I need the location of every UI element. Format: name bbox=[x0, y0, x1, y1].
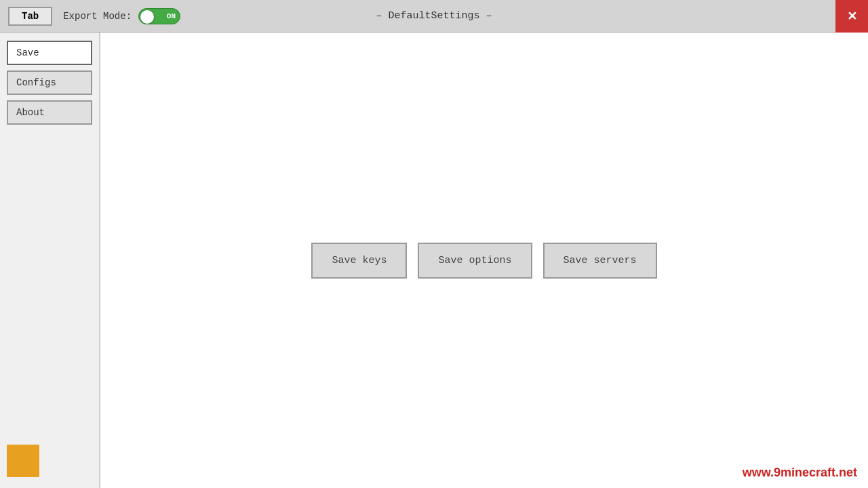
content-area: Save keys Save options Save servers www.… bbox=[100, 33, 868, 488]
toggle-on-text: ON bbox=[167, 12, 176, 20]
header-title: – DefaultSettings – bbox=[376, 10, 492, 22]
toggle-knob bbox=[140, 10, 154, 24]
close-button[interactable]: ✕ bbox=[835, 0, 868, 33]
save-keys-button[interactable]: Save keys bbox=[311, 243, 407, 279]
sidebar: Save Configs About bbox=[0, 33, 100, 488]
save-buttons-row: Save keys Save options Save servers bbox=[311, 243, 656, 279]
header: Tab Export Mode: ON – DefaultSettings – … bbox=[0, 0, 868, 33]
sidebar-bottom bbox=[7, 445, 39, 477]
watermark: www.9minecraft.net bbox=[743, 466, 857, 480]
tab-button[interactable]: Tab bbox=[8, 7, 52, 26]
save-servers-button[interactable]: Save servers bbox=[543, 243, 657, 279]
sidebar-item-save[interactable]: Save bbox=[7, 41, 92, 65]
orange-square[interactable] bbox=[7, 445, 39, 477]
main-layout: Save Configs About Save keys Save option… bbox=[0, 33, 868, 488]
sidebar-item-about[interactable]: About bbox=[7, 100, 92, 125]
sidebar-item-configs[interactable]: Configs bbox=[7, 70, 92, 95]
save-options-button[interactable]: Save options bbox=[418, 243, 532, 279]
export-mode-toggle[interactable]: ON bbox=[138, 8, 180, 24]
export-mode-label: Export Mode: bbox=[63, 11, 132, 22]
